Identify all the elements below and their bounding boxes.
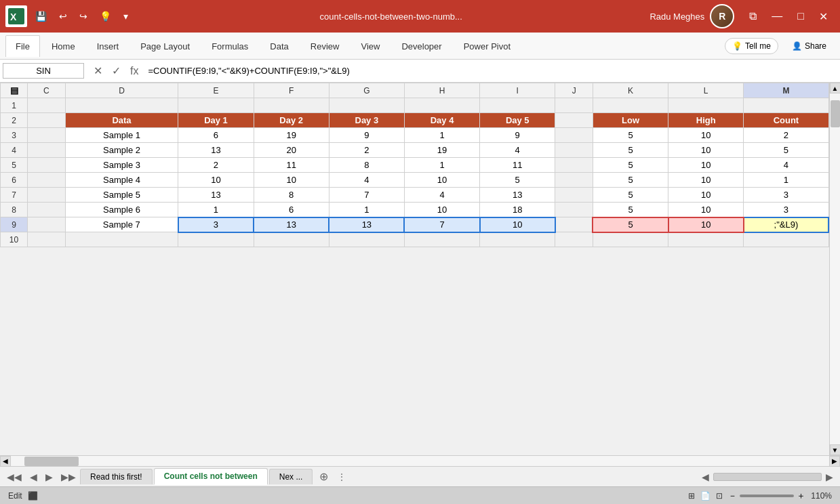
cell-j6[interactable]	[555, 173, 593, 188]
user-avatar[interactable]: R	[710, 4, 734, 28]
row-header-3[interactable]: 3	[1, 128, 28, 143]
cell-g8[interactable]: 1	[329, 203, 404, 217]
cell-g3[interactable]: 9	[329, 128, 404, 143]
row-header-10[interactable]: 10	[1, 232, 28, 247]
cell-j8[interactable]	[555, 203, 593, 217]
tab-insert[interactable]: Insert	[87, 35, 129, 57]
cell-h8[interactable]: 10	[404, 203, 479, 217]
cell-i9[interactable]: 10	[480, 217, 555, 232]
tab-formulas[interactable]: Formulas	[201, 35, 258, 57]
cell-m8[interactable]: 3	[744, 203, 828, 217]
row-header-5[interactable]: 5	[1, 158, 28, 173]
cell-k10[interactable]	[593, 232, 668, 247]
scroll-down-button[interactable]: ▼	[830, 444, 841, 455]
scroll-up-button[interactable]: ▲	[830, 83, 841, 93]
cell-l6[interactable]: 10	[668, 173, 744, 188]
cell-j2[interactable]	[555, 113, 593, 128]
tab-view[interactable]: View	[351, 35, 390, 57]
cell-j5[interactable]	[555, 158, 593, 173]
cell-d3[interactable]: Sample 1	[65, 128, 178, 143]
page-layout-view-icon[interactable]: 📄	[700, 491, 711, 501]
cell-d1[interactable]	[65, 98, 178, 113]
cell-f5[interactable]: 11	[254, 158, 329, 173]
cell-k2-header[interactable]: Low	[593, 113, 668, 128]
cell-c2[interactable]	[28, 113, 66, 128]
sheet-nav-first[interactable]: ◀◀	[3, 470, 26, 484]
cell-h2-header[interactable]: Day 4	[404, 113, 479, 128]
cell-g9[interactable]: 13	[329, 217, 404, 232]
cell-m3[interactable]: 2	[744, 128, 828, 143]
cell-j7[interactable]	[555, 188, 593, 203]
cell-g7[interactable]: 7	[329, 188, 404, 203]
cell-e10[interactable]	[178, 232, 254, 247]
cell-j1[interactable]	[555, 98, 593, 113]
vertical-scrollbar[interactable]: ▲ ▼	[829, 83, 840, 455]
cell-e1[interactable]	[178, 98, 254, 113]
normal-view-icon[interactable]: ⊞	[688, 491, 695, 501]
col-header-d[interactable]: D	[65, 83, 178, 98]
tab-file[interactable]: File	[5, 35, 40, 57]
page-break-view-icon[interactable]: ⊡	[716, 491, 723, 501]
cell-g5[interactable]: 8	[329, 158, 404, 173]
cell-d2-header[interactable]: Data	[65, 113, 178, 128]
cell-j4[interactable]	[555, 143, 593, 158]
corner-header[interactable]: ▤	[1, 83, 28, 98]
scroll-track-horizontal[interactable]	[11, 456, 829, 466]
cell-l3[interactable]: 10	[668, 128, 744, 143]
sheet-tab-nex[interactable]: Nex ...	[269, 469, 313, 484]
cell-f8[interactable]: 6	[254, 203, 329, 217]
cell-j10[interactable]	[555, 232, 593, 247]
row-header-4[interactable]: 4	[1, 143, 28, 158]
cell-c4[interactable]	[28, 143, 66, 158]
col-header-h[interactable]: H	[404, 83, 479, 98]
cell-e7[interactable]: 13	[178, 188, 254, 203]
cell-d6[interactable]: Sample 4	[65, 173, 178, 188]
col-header-l[interactable]: L	[668, 83, 744, 98]
cell-k6[interactable]: 5	[593, 173, 668, 188]
redo-button[interactable]: ↪	[75, 8, 92, 24]
cell-m4[interactable]: 5	[744, 143, 828, 158]
row-header-7[interactable]: 7	[1, 188, 28, 203]
cell-c8[interactable]	[28, 203, 66, 217]
undo-button[interactable]: ↩	[55, 8, 71, 24]
col-header-c[interactable]: C	[28, 83, 66, 98]
cell-l2-header[interactable]: High	[668, 113, 744, 128]
sheet-nav-next[interactable]: ▶	[41, 470, 57, 484]
zoom-slider[interactable]	[740, 495, 794, 497]
cell-c3[interactable]	[28, 128, 66, 143]
maximize-button[interactable]: □	[791, 7, 811, 25]
cell-f1[interactable]	[254, 98, 329, 113]
cell-d4[interactable]: Sample 2	[65, 143, 178, 158]
cell-k3[interactable]: 5	[593, 128, 668, 143]
zoom-out-button[interactable]: －	[728, 490, 737, 502]
cancel-formula-button[interactable]: ✕	[89, 63, 106, 79]
save-button[interactable]: 💾	[31, 8, 51, 24]
cell-h9[interactable]: 7	[404, 217, 479, 232]
cell-m1[interactable]	[744, 98, 828, 113]
confirm-formula-button[interactable]: ✓	[108, 63, 125, 79]
tab-power-pivot[interactable]: Power Pivot	[454, 35, 521, 57]
sheet-tab-read-first[interactable]: Read this first!	[80, 469, 153, 484]
cell-j3[interactable]	[555, 128, 593, 143]
close-button[interactable]: ✕	[812, 7, 835, 26]
cell-f7[interactable]: 8	[254, 188, 329, 203]
cell-i2-header[interactable]: Day 5	[480, 113, 555, 128]
cell-m7[interactable]: 3	[744, 188, 828, 203]
cell-l1[interactable]	[668, 98, 744, 113]
cell-j9[interactable]	[555, 217, 593, 232]
cell-e4[interactable]: 13	[178, 143, 254, 158]
cell-h5[interactable]: 1	[404, 158, 479, 173]
row-header-2[interactable]: 2	[1, 113, 28, 128]
cell-e2-header[interactable]: Day 1	[178, 113, 254, 128]
cell-k8[interactable]: 5	[593, 203, 668, 217]
cell-i3[interactable]: 9	[480, 128, 555, 143]
formula-input[interactable]	[145, 64, 837, 77]
cell-l9[interactable]: 10	[668, 217, 744, 232]
cell-c10[interactable]	[28, 232, 66, 247]
sheet-nav-prev[interactable]: ◀	[26, 470, 41, 484]
cell-f4[interactable]: 20	[254, 143, 329, 158]
tab-review[interactable]: Review	[300, 35, 350, 57]
row-header-1[interactable]: 1	[1, 98, 28, 113]
cell-c1[interactable]	[28, 98, 66, 113]
cell-h4[interactable]: 19	[404, 143, 479, 158]
